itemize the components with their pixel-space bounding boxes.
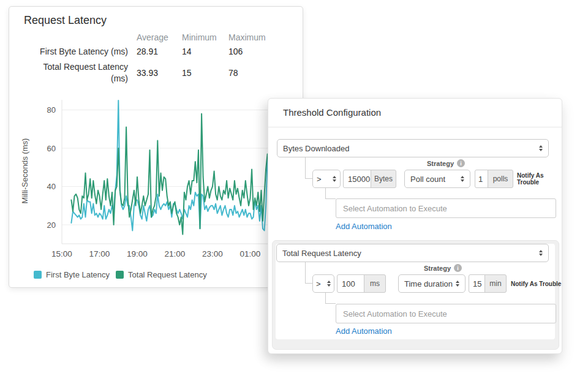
threshold-configuration-panel: Threshold Configuration Bytes Downloaded…	[268, 98, 562, 354]
first-byte-minimum: 14	[182, 47, 228, 56]
stepper-icon	[327, 281, 331, 287]
first-byte-average: 28.91	[137, 47, 182, 56]
first-byte-latency-line	[71, 100, 267, 231]
notify-as-trouble-label: Notify As Trouble	[511, 274, 561, 293]
stepper-icon	[456, 281, 459, 287]
strategy-count: 15	[473, 279, 481, 288]
stepper-icon	[461, 176, 464, 183]
x-tick-label: 23:00	[202, 249, 223, 258]
threshold-value-input[interactable]: 15000	[343, 170, 371, 188]
legend-label-total-request: Total Request Latency	[128, 270, 207, 279]
attribute-select-total-request-latency[interactable]: Total Request Latency	[276, 244, 549, 262]
col-header-average: Average	[137, 32, 182, 42]
automation-select[interactable]: Select Automation to Execute	[336, 198, 556, 218]
total-request-latency-swatch	[116, 271, 124, 279]
threshold-value: 100	[342, 279, 355, 288]
strategy-unit-label: min	[489, 279, 501, 288]
y-tick-label: 80	[47, 105, 56, 115]
automation-select[interactable]: Select Automation to Execute	[336, 304, 556, 323]
total-request-average: 33.93	[137, 68, 182, 78]
col-header-minimum: Minimum	[182, 32, 228, 42]
attribute-select-value: Total Request Latency	[282, 249, 361, 258]
row-label-total-request: Total Request Latency (ms)	[24, 61, 137, 85]
notify-as-trouble-label: Notify As Trouble	[517, 170, 562, 188]
operator-select[interactable]: >	[312, 170, 341, 188]
latency-chart: 2040608015:0017:0019:0021:0023:0001:00Mi…	[9, 92, 304, 284]
first-byte-latency-swatch	[34, 271, 42, 279]
strategy-label: Strategy i	[406, 264, 480, 272]
y-tick-label: 40	[47, 182, 56, 191]
y-tick-label: 60	[47, 144, 56, 153]
x-tick-label: 01:00	[240, 249, 261, 258]
row-label-first-byte: First Byte Latency (ms)	[24, 46, 137, 58]
operator-value: >	[316, 279, 321, 288]
strategy-select[interactable]: Time duration	[398, 274, 466, 293]
add-automation-link[interactable]: Add Automation	[336, 222, 392, 231]
strategy-count-input[interactable]: 1	[475, 170, 488, 188]
info-icon[interactable]: i	[454, 264, 462, 272]
attribute-select-bytes-downloaded[interactable]: Bytes Downloaded	[277, 139, 549, 157]
stepper-icon	[333, 176, 336, 183]
panel-title: Threshold Configuration	[283, 107, 381, 118]
add-automation-link[interactable]: Add Automation	[336, 326, 392, 336]
y-tick-label: 20	[47, 221, 56, 230]
attribute-select-value: Bytes Downloaded	[283, 144, 349, 153]
strategy-count: 1	[478, 175, 483, 184]
x-tick-label: 17:00	[89, 249, 110, 258]
x-tick-label: 15:00	[51, 249, 72, 258]
total-request-minimum: 15	[182, 68, 228, 78]
request-latency-card: Request Latency Average Minimum Maximum …	[9, 6, 303, 288]
total-request-maximum: 78	[228, 68, 277, 78]
col-header-maximum: Maximum	[228, 32, 277, 42]
threshold-value: 15000	[348, 175, 370, 184]
strategy-text: Strategy	[424, 265, 451, 272]
unit-label: Bytes	[374, 175, 393, 183]
latency-stats-table: Average Minimum Maximum First Byte Laten…	[24, 32, 293, 85]
strategy-text: Strategy	[427, 160, 454, 167]
threshold-value-input[interactable]: 100	[337, 274, 364, 293]
stepper-icon	[539, 250, 543, 257]
unit-addon: Bytes	[371, 170, 396, 188]
x-tick-label: 21:00	[165, 249, 186, 258]
tree-connector	[325, 293, 336, 304]
operator-select[interactable]: >	[312, 274, 334, 293]
info-icon[interactable]: i	[457, 159, 465, 167]
x-tick-label: 19:00	[127, 249, 148, 258]
unit-addon: ms	[364, 274, 386, 293]
tree-connector	[325, 188, 336, 199]
strategy-label: Strategy i	[409, 159, 483, 167]
operator-value: >	[317, 175, 322, 184]
title-divider	[268, 127, 562, 127]
automation-placeholder: Select Automation to Execute	[343, 309, 447, 318]
page-title: Request Latency	[24, 14, 107, 27]
first-byte-maximum: 106	[228, 47, 277, 56]
automation-placeholder: Select Automation to Execute	[343, 204, 447, 213]
strategy-unit-addon: polls	[488, 170, 513, 188]
y-axis-title: Milli-Seconds (ms)	[20, 138, 29, 204]
legend-label-first-byte: First Byte Latency	[46, 270, 110, 279]
unit-label: ms	[370, 279, 380, 288]
total-request-latency-line	[71, 114, 267, 235]
strategy-unit-label: polls	[493, 175, 508, 183]
strategy-count-input[interactable]: 15	[469, 274, 485, 293]
strategy-select[interactable]: Poll count	[404, 170, 470, 188]
strategy-value: Time duration	[404, 279, 453, 288]
chart-legend: First Byte Latency Total Request Latency	[34, 270, 213, 279]
strategy-value: Poll count	[410, 175, 445, 184]
strategy-unit-addon: min	[484, 274, 507, 293]
stepper-icon	[539, 145, 543, 152]
